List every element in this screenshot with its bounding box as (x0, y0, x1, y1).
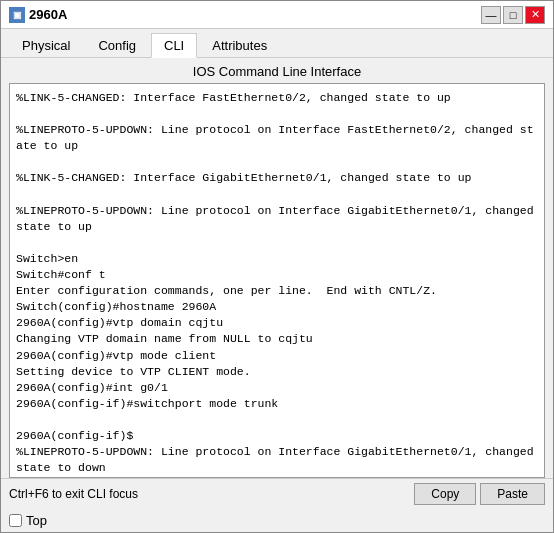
cli-output[interactable]: %LINK-5-CHANGED: Interface FastEthernet0… (10, 84, 544, 477)
title-bar: ▣ 2960A — □ ✕ (1, 1, 553, 29)
bottom-bar: Ctrl+F6 to exit CLI focus Copy Paste (1, 478, 553, 509)
tab-cli[interactable]: CLI (151, 33, 197, 58)
panel-title: IOS Command Line Interface (1, 58, 553, 83)
paste-button[interactable]: Paste (480, 483, 545, 505)
main-window: ▣ 2960A — □ ✕ Physical Config CLI Attrib… (0, 0, 554, 533)
cli-hint: Ctrl+F6 to exit CLI focus (9, 487, 138, 501)
maximize-button[interactable]: □ (503, 6, 523, 24)
tab-config[interactable]: Config (85, 33, 149, 57)
title-bar-left: ▣ 2960A (9, 7, 67, 23)
app-icon: ▣ (9, 7, 25, 23)
footer-bar: Top (1, 509, 553, 532)
top-checkbox[interactable] (9, 514, 22, 527)
action-buttons: Copy Paste (414, 483, 545, 505)
copy-button[interactable]: Copy (414, 483, 476, 505)
top-label: Top (26, 513, 47, 528)
tab-attributes[interactable]: Attributes (199, 33, 280, 57)
tab-bar: Physical Config CLI Attributes (1, 29, 553, 58)
top-checkbox-label[interactable]: Top (9, 513, 47, 528)
tab-physical[interactable]: Physical (9, 33, 83, 57)
minimize-button[interactable]: — (481, 6, 501, 24)
title-controls: — □ ✕ (481, 6, 545, 24)
window-title: 2960A (29, 7, 67, 22)
close-button[interactable]: ✕ (525, 6, 545, 24)
cli-area: %LINK-5-CHANGED: Interface FastEthernet0… (9, 83, 545, 478)
